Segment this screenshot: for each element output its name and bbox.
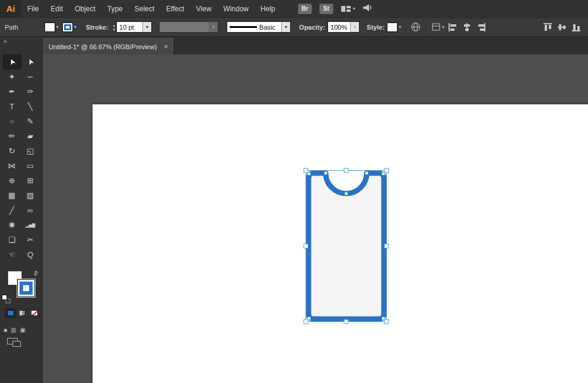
free-transform-tool[interactable]: ▭: [21, 158, 40, 173]
menu-edit[interactable]: Edit: [45, 0, 69, 18]
draw-inside-icon: ▣: [20, 327, 26, 333]
draw-behind-button[interactable]: ▥: [11, 324, 16, 334]
brush-definition-combo: ▾: [159, 21, 218, 33]
swap-fill-stroke-icon[interactable]: ⇄: [31, 269, 40, 277]
scale-tool[interactable]: ◱: [21, 143, 40, 158]
align-top-button[interactable]: [542, 21, 554, 33]
stroke-weight-stepper[interactable]: ▴ ▾: [113, 23, 116, 31]
drawing-mode-buttons: ■ ▥ ▣: [4, 324, 26, 334]
shape-builder-tool[interactable]: ⊕: [3, 173, 21, 188]
symbol-sprayer-tool[interactable]: ✺: [3, 218, 21, 232]
stepper-up-icon[interactable]: ▴: [113, 23, 116, 27]
workspace-switcher-button[interactable]: ▾: [341, 5, 355, 13]
width-tool[interactable]: ⋈: [3, 158, 21, 173]
menu-file[interactable]: File: [21, 0, 45, 18]
document-tab-bar: Untitled-1* @ 66.67% (RGB/Preview) ×: [43, 37, 588, 55]
direct-selection-tool[interactable]: ➤: [21, 55, 40, 69]
draw-inside-button[interactable]: ▣: [20, 324, 26, 334]
color-mode-buttons: [5, 308, 40, 318]
chevron-down-icon[interactable]: ▾: [281, 22, 290, 32]
column-graph-tool[interactable]: ▂▅▇: [21, 218, 40, 232]
menu-help[interactable]: Help: [255, 0, 281, 18]
stepper-down-icon[interactable]: ▾: [113, 27, 116, 31]
screen-mode-button[interactable]: [7, 338, 18, 344]
align-left-button[interactable]: [447, 21, 459, 33]
eraser-tool-icon: ▰: [27, 132, 33, 140]
draw-normal-button[interactable]: ■: [4, 324, 7, 334]
magic-wand-tool-icon: ✦: [9, 73, 15, 81]
stroke-swatch[interactable]: [17, 279, 35, 297]
document-arrange-icon: [432, 23, 440, 31]
pen-tool[interactable]: ✒: [3, 84, 21, 99]
opacity-field[interactable]: 100% ›: [328, 21, 360, 33]
menu-effect[interactable]: Effect: [160, 0, 190, 18]
ellipse-tool[interactable]: ○: [3, 114, 21, 129]
paintbrush-tool[interactable]: ✎: [21, 114, 40, 129]
menu-type[interactable]: Type: [101, 0, 129, 18]
document-tab[interactable]: Untitled-1* @ 66.67% (RGB/Preview) ×: [43, 38, 174, 55]
zoom-tool[interactable]: Q: [21, 247, 40, 262]
slice-tool[interactable]: ✂: [21, 232, 40, 247]
align-center-button[interactable]: [461, 21, 473, 33]
gradient-tool[interactable]: ▧: [21, 188, 40, 203]
gradient-button[interactable]: [17, 308, 28, 318]
align-bottom-button[interactable]: [570, 21, 582, 33]
collapse-tools-button[interactable]: «: [0, 37, 7, 46]
canvas[interactable]: [43, 55, 588, 383]
type-tool[interactable]: T: [3, 99, 21, 114]
menu-window[interactable]: Window: [217, 0, 255, 18]
magic-wand-tool[interactable]: ✦: [3, 69, 21, 84]
graphic-style-dropdown[interactable]: ▾: [387, 23, 401, 32]
align-right-button[interactable]: [475, 21, 487, 33]
bridge-button[interactable]: Br: [298, 4, 312, 14]
eraser-tool[interactable]: ▰: [21, 129, 40, 143]
menu-object[interactable]: Object: [69, 0, 101, 18]
shaper-tool[interactable]: ✏: [3, 129, 21, 143]
share-button[interactable]: [363, 4, 374, 14]
menu-select[interactable]: Select: [129, 0, 160, 18]
tab-close-button[interactable]: ×: [164, 43, 168, 50]
stroke-weight-value: 10 pt: [117, 22, 142, 32]
line-segment-tool-icon: ╲: [28, 103, 33, 110]
align-middle-button[interactable]: [556, 21, 568, 33]
width-tool-icon: ⋈: [8, 162, 16, 170]
selection-tool[interactable]: ➤: [3, 55, 21, 69]
blend-tool[interactable]: ∞: [21, 203, 40, 218]
none-button[interactable]: [28, 308, 40, 318]
opacity-label: Opacity:: [299, 24, 325, 31]
stroke-weight-combo[interactable]: 10 pt ▾: [116, 21, 152, 33]
eyedropper-tool[interactable]: ╱: [3, 203, 21, 218]
fill-color-dropdown[interactable]: ▾: [45, 23, 59, 32]
line-segment-tool[interactable]: ╲: [21, 99, 40, 114]
rotate-tool-icon: ↻: [9, 147, 15, 155]
opacity-flyout-icon[interactable]: ›: [350, 22, 359, 32]
align-left-icon: [447, 22, 458, 33]
perspective-grid-tool[interactable]: ⊞: [21, 173, 40, 188]
menu-view[interactable]: View: [190, 0, 218, 18]
rotate-tool[interactable]: ↻: [3, 143, 21, 158]
lasso-tool-icon: ∽: [27, 73, 34, 81]
context-label: Path: [5, 24, 18, 31]
none-swatch-icon: [31, 310, 38, 316]
stock-button[interactable]: St: [319, 4, 333, 14]
chevron-down-icon[interactable]: ▾: [142, 22, 151, 32]
artboard-tool[interactable]: ❏: [3, 232, 21, 247]
tools-grid: ➤➤✦∽✒✑T╲○✎✏▰↻◱⋈▭⊕⊞▦▧╱∞✺▂▅▇❏✂☜Q: [0, 55, 42, 262]
stroke-ring: [20, 282, 33, 295]
mesh-tool[interactable]: ▦: [3, 188, 21, 203]
align-center-icon: [462, 22, 472, 33]
free-transform-tool-icon: ▭: [27, 162, 34, 170]
document-color-mode-button[interactable]: [411, 22, 421, 32]
color-button[interactable]: [5, 308, 16, 318]
vertical-align-group: [542, 21, 582, 33]
screen-mode-icon: [7, 338, 18, 344]
graphic-style-swatch: [387, 23, 398, 32]
menubar: Ai FileEditObjectTypeSelectEffectViewWin…: [0, 0, 588, 18]
stroke-color-dropdown[interactable]: ▾: [62, 23, 77, 32]
stroke-style-combo[interactable]: Basic ▾: [227, 21, 291, 33]
curvature-tool[interactable]: ✑: [21, 84, 40, 99]
default-fill-stroke-icon[interactable]: [2, 295, 11, 304]
lasso-tool[interactable]: ∽: [21, 69, 40, 84]
hand-tool[interactable]: ☜: [3, 247, 21, 262]
arrange-documents-button[interactable]: ▾: [432, 23, 444, 31]
